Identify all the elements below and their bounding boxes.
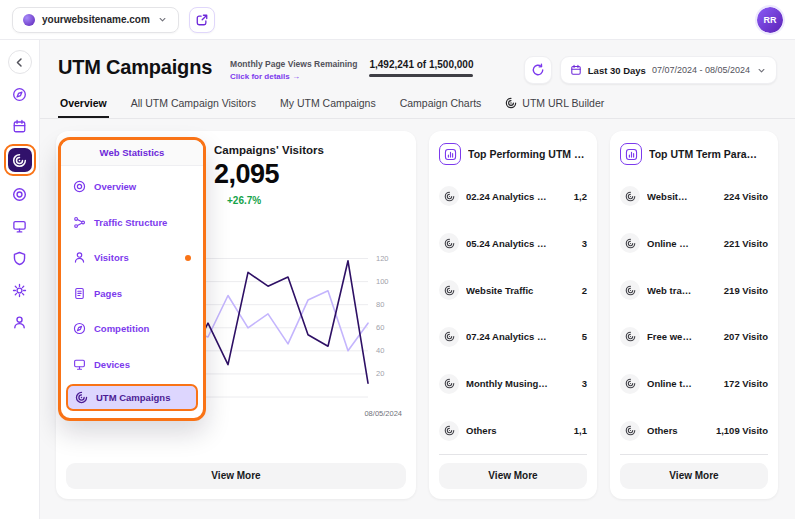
x-axis-end: 08/05/2024 bbox=[364, 409, 402, 418]
site-name: yourwebsitename.com bbox=[42, 14, 150, 25]
chart-card-icon bbox=[620, 143, 642, 165]
tab-campaign-charts[interactable]: Campaign Charts bbox=[398, 93, 484, 118]
tab-my-utm-campaigns[interactable]: My UTM Campaigns bbox=[278, 93, 378, 118]
svg-text:20: 20 bbox=[376, 369, 384, 378]
list-item[interactable]: Online t…172 Visito bbox=[620, 360, 768, 407]
list-item[interactable]: Online …221 Visito bbox=[620, 220, 768, 267]
date-range-picker[interactable]: Last 30 Days 07/07/2024 - 08/05/2024 bbox=[560, 56, 777, 84]
list-item[interactable]: 05.24 Analytics …3 bbox=[439, 220, 587, 267]
list-item[interactable]: Web tra…219 Visito bbox=[620, 267, 768, 314]
item-value: 1,109 Visito bbox=[716, 425, 768, 436]
spiral-icon bbox=[444, 238, 455, 249]
view-more-button[interactable]: View More bbox=[620, 463, 768, 489]
share-icon bbox=[73, 216, 86, 229]
collapse-sidebar-button[interactable] bbox=[8, 50, 32, 74]
gear-icon bbox=[12, 283, 27, 298]
sidebar-item-account[interactable] bbox=[8, 310, 32, 334]
quota-value: 1,492,241 of 1,500,000 bbox=[369, 59, 473, 70]
list-item[interactable]: 07.24 Analytics …5 bbox=[439, 313, 587, 360]
list-item[interactable]: Others1,109 Visito bbox=[620, 407, 768, 455]
tab-label: All UTM Campaign Visitors bbox=[131, 97, 256, 109]
menu-item-overview[interactable]: Overview bbox=[66, 169, 198, 205]
view-more-button[interactable]: View More bbox=[439, 463, 587, 489]
utm-spiral-icon bbox=[439, 186, 459, 206]
date-range: 07/07/2024 - 08/05/2024 bbox=[652, 65, 750, 75]
list-item[interactable]: Monthly Musing…3 bbox=[439, 360, 587, 407]
target-icon bbox=[12, 187, 27, 202]
tab-overview[interactable]: Overview bbox=[58, 93, 109, 118]
page-views-quota: Monthly Page Views Remaining Click for d… bbox=[230, 59, 473, 81]
notification-dot bbox=[185, 255, 191, 261]
menu-item-traffic-structure[interactable]: Traffic Structure bbox=[66, 205, 198, 241]
menu-item-visitors[interactable]: Visitors bbox=[66, 240, 198, 276]
spiral-icon bbox=[444, 425, 455, 436]
list-item[interactable]: Website Traffic2 bbox=[439, 267, 587, 314]
menu-item-label: Devices bbox=[94, 359, 130, 370]
list-item[interactable]: Free we…207 Visito bbox=[620, 313, 768, 360]
sidebar-item-planner[interactable] bbox=[8, 114, 32, 138]
menu-item-pages[interactable]: Pages bbox=[66, 276, 198, 312]
menu-item-devices[interactable]: Devices bbox=[66, 347, 198, 383]
arrow-left-icon bbox=[12, 55, 27, 70]
item-value: 219 Visito bbox=[724, 285, 768, 296]
web-statistics-menu: Web Statistics OverviewTraffic Structure… bbox=[58, 137, 206, 421]
refresh-icon bbox=[531, 63, 545, 77]
site-selector[interactable]: yourwebsitename.com bbox=[12, 7, 179, 33]
open-site-button[interactable] bbox=[189, 7, 215, 33]
svg-text:100: 100 bbox=[376, 277, 389, 286]
shield-icon bbox=[12, 251, 27, 266]
tab-utm-url-builder[interactable]: UTM URL Builder bbox=[503, 93, 606, 118]
visitors-delta: +26.7% bbox=[227, 195, 261, 206]
list-item[interactable]: Others1,1 bbox=[439, 407, 587, 455]
item-value: 1,1 bbox=[574, 425, 587, 436]
utm-spiral-icon bbox=[12, 153, 27, 168]
item-name: Free we… bbox=[647, 331, 717, 342]
target-icon bbox=[73, 180, 86, 193]
chevron-down-icon bbox=[756, 65, 767, 76]
spiral-icon bbox=[444, 191, 455, 202]
menu-title: Web Statistics bbox=[61, 140, 203, 166]
sidebar-item-dashboard[interactable] bbox=[8, 82, 32, 106]
item-name: Web tra… bbox=[647, 285, 717, 296]
avatar[interactable]: RR bbox=[757, 7, 783, 33]
item-value: 224 Visito bbox=[724, 191, 768, 202]
utm-spiral-icon bbox=[439, 280, 459, 300]
top-terms-card: Top UTM Term Para… Websit…224 VisitoOnli… bbox=[610, 131, 778, 499]
utm-spiral-icon bbox=[439, 233, 459, 253]
utm-spiral-icon bbox=[439, 374, 459, 394]
quota-label: Monthly Page Views Remaining bbox=[230, 59, 357, 69]
sidebar bbox=[0, 40, 40, 519]
menu-item-utm-campaigns[interactable]: UTM Campaigns bbox=[66, 384, 198, 411]
sidebar-item-settings[interactable] bbox=[8, 278, 32, 302]
item-value: 3 bbox=[582, 238, 587, 249]
sidebar-item-goals[interactable] bbox=[8, 182, 32, 206]
date-preset: Last 30 Days bbox=[588, 65, 646, 76]
utm-spiral-icon bbox=[439, 327, 459, 347]
visitors-card-title: Campaigns' Visitors bbox=[214, 144, 324, 156]
item-value: 221 Visito bbox=[724, 238, 768, 249]
spiral-icon bbox=[444, 285, 455, 296]
card-header: Top Performing UTM … bbox=[439, 141, 587, 173]
card-title: Top Performing UTM … bbox=[468, 148, 584, 160]
menu-item-competition[interactable]: Competition bbox=[66, 311, 198, 347]
item-name: Monthly Musing… bbox=[466, 378, 575, 389]
list-item[interactable]: Websit…224 Visito bbox=[620, 173, 768, 220]
view-more-button[interactable]: View More bbox=[66, 463, 406, 489]
sidebar-item-devices[interactable] bbox=[8, 214, 32, 238]
header-controls: Last 30 Days 07/07/2024 - 08/05/2024 bbox=[524, 56, 777, 84]
user-icon bbox=[12, 315, 27, 330]
item-value: 172 Visito bbox=[724, 378, 768, 389]
utm-spiral-icon bbox=[620, 327, 640, 347]
spiral-icon bbox=[75, 391, 88, 404]
cards-row: Campaigns' Visitors 2,095 +26.7% 2040608… bbox=[40, 119, 795, 499]
chart-card-icon bbox=[439, 143, 461, 165]
sidebar-item-utm-campaigns[interactable] bbox=[8, 148, 32, 172]
quota-details-link[interactable]: Click for details → bbox=[230, 72, 357, 81]
refresh-button[interactable] bbox=[524, 56, 552, 84]
menu-items: OverviewTraffic StructureVisitorsPagesCo… bbox=[61, 166, 203, 418]
list-item[interactable]: 02.24 Analytics …1,2 bbox=[439, 173, 587, 220]
sidebar-active-highlight bbox=[4, 144, 36, 176]
calendar-icon bbox=[12, 119, 27, 134]
sidebar-item-security[interactable] bbox=[8, 246, 32, 270]
tab-all-utm-campaign-visitors[interactable]: All UTM Campaign Visitors bbox=[129, 93, 258, 118]
